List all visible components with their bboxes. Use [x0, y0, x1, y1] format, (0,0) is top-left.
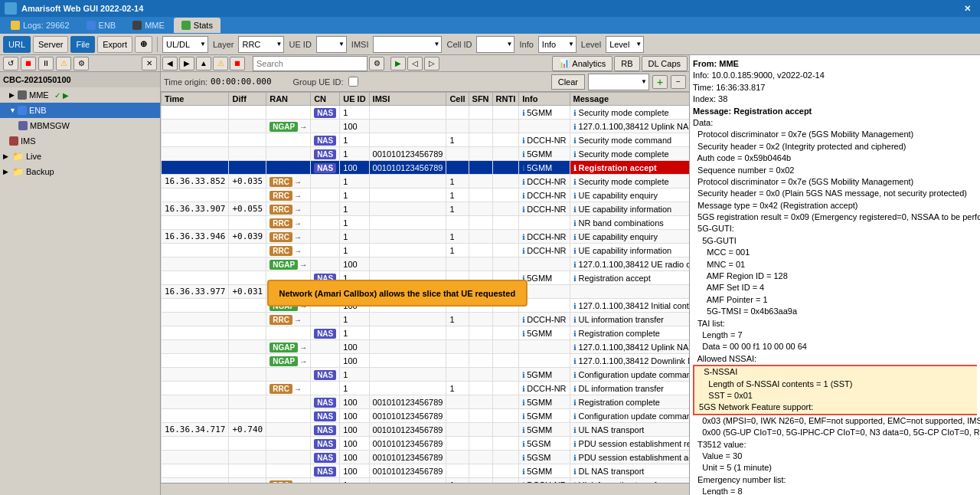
tab-logs[interactable]: Logs: 29662 [3, 18, 77, 33]
minus-btn[interactable]: − [671, 75, 686, 89]
table-row[interactable]: NAS100001010123456789ℹ5GSMℹPDU session e… [162, 437, 690, 451]
tab-enb[interactable]: ENB [79, 18, 124, 33]
cell-diff: +0.740 [229, 423, 266, 437]
nav-play-btn[interactable]: ▶ [390, 57, 406, 70]
sidebar-btn-refresh[interactable]: ↺ [3, 57, 18, 70]
imsi-select[interactable] [373, 36, 442, 53]
table-row[interactable]: RRC→11ℹDCCH-NRℹDL information transfer [162, 382, 690, 395]
col-info[interactable]: Info [519, 93, 570, 106]
cell-info: ℹ5GSM [519, 437, 570, 451]
cell-id-select[interactable] [476, 36, 514, 53]
table-row[interactable]: RRC→11ℹDCCH-NRℹUE capability information [162, 244, 690, 257]
cell-rnti [492, 202, 519, 216]
col-cn[interactable]: CN [311, 93, 340, 106]
cell-rnti [492, 464, 519, 478]
cell-sfn [469, 161, 492, 175]
col-diff[interactable]: Diff [229, 93, 266, 106]
export-button[interactable]: Export [97, 36, 132, 53]
nav-back-btn[interactable]: ◀ [162, 57, 178, 70]
tab-mme[interactable]: MME [125, 18, 172, 33]
table-row[interactable]: RRC→11ℹDCCH-NRℹUE capability enquiry [162, 188, 690, 202]
table-row[interactable]: NAS1ℹ5GMMℹConfiguration update command [162, 368, 690, 382]
cell-cn: NAS [311, 409, 340, 423]
table-row[interactable]: NAS1001010123456789ℹ5GMMℹSecurity mode c… [162, 147, 690, 161]
server-button[interactable]: Server [33, 36, 68, 53]
nav-stop-btn[interactable]: ⏹ [230, 57, 245, 70]
cell-info: ℹ5GMM [519, 106, 570, 120]
message-text: Registration complete [579, 329, 660, 338]
col-message[interactable]: Message [570, 93, 689, 106]
table-row[interactable]: NAS100001010123456789ℹ5GMMℹRegistration … [162, 161, 690, 175]
search-input[interactable] [253, 56, 368, 71]
col-sfn[interactable]: SFN [469, 93, 492, 106]
table-row[interactable]: RRC→11ℹDCCH-NRℹUL information transfer [162, 478, 690, 484]
table-row[interactable]: RRC→11ℹDCCH-NRℹUL information transfer [162, 313, 690, 326]
info-select[interactable]: Info [538, 36, 577, 53]
nav-forward-btn[interactable]: ▶ [179, 57, 194, 70]
sidebar-item-mme[interactable]: ▶ MME ✓ ▶ [0, 87, 160, 103]
sidebar-item-ims[interactable]: IMS [0, 133, 160, 149]
analytics-button[interactable]: 📊 Analytics [552, 56, 612, 71]
sidebar-item-backup[interactable]: ▶ 📁 Backup [0, 164, 160, 179]
info-line: Protocol discriminator = 0x7e (5GS Mobil… [693, 176, 977, 188]
ue-id-select[interactable] [316, 36, 347, 53]
sidebar-btn-pause[interactable]: ⏸ [38, 57, 54, 70]
url-button[interactable]: URL [3, 36, 31, 53]
table-row[interactable]: NAS1ℹ5GMMℹRegistration complete [162, 326, 690, 340]
layer-select[interactable]: RRC NAS NGAP [238, 36, 284, 53]
search-filter-btn[interactable]: ⚙ [369, 57, 384, 70]
clear-button[interactable]: Clear [551, 74, 585, 90]
table-row[interactable]: NGAP→100ℹ127.0.1.100,38412 UE radio capa… [162, 257, 690, 271]
cn-badge: NAS [314, 425, 336, 435]
message-text: Security mode complete [579, 177, 669, 186]
ran-badge: NGAP [270, 356, 298, 366]
table-row[interactable]: 16.36.34.717+0.740NAS100001010123456789ℹ… [162, 423, 690, 437]
nav-next-btn[interactable]: ▷ [424, 57, 439, 70]
table-row[interactable]: NGAP→100ℹ127.0.1.100,38412 Uplink NAS tr… [162, 120, 690, 133]
info-icon: ℹ [522, 398, 525, 407]
close-btn[interactable]: ✕ [959, 4, 975, 14]
msg-info-icon: ℹ [573, 481, 577, 484]
nav-prev-btn[interactable]: ◁ [407, 57, 423, 70]
tab-stats[interactable]: Stats [174, 18, 220, 33]
col-imsi[interactable]: IMSI [369, 93, 446, 106]
bottom-scrollbar[interactable] [161, 483, 689, 495]
col-cell[interactable]: Cell [446, 93, 469, 106]
ul-dl-select[interactable]: UL/DL UL DL [162, 36, 208, 53]
add-btn[interactable]: + [652, 75, 668, 89]
sidebar-item-live[interactable]: ▶ 📁 Live [0, 149, 160, 164]
sidebar-backup-label: Backup [26, 167, 54, 176]
table-row[interactable]: 16.36.33.946+0.039RRC→11ℹDCCH-NRℹUE capa… [162, 230, 690, 244]
table-row[interactable]: 16.36.33.907+0.055RRC→11ℹDCCH-NRℹUE capa… [162, 202, 690, 216]
sidebar-btn-close[interactable]: ✕ [142, 57, 157, 70]
clear-select[interactable] [588, 74, 649, 90]
time-origin-bar: Time origin: 00:00:00.000 Group UE ID: C… [161, 72, 689, 92]
table-row[interactable]: NAS100001010123456789ℹ5GSMℹPDU session e… [162, 451, 690, 464]
table-row[interactable]: NAS100001010123456789ℹ5GMMℹRegistration … [162, 395, 690, 409]
table-row[interactable]: 16.36.33.852+0.035RRC→11ℹDCCH-NRℹSecurit… [162, 175, 690, 188]
table-row[interactable]: NAS1ℹ5GMMℹSecurity mode complete [162, 106, 690, 120]
rb-button[interactable]: RB [614, 56, 639, 71]
table-row[interactable]: RRC→1ℹNR band combinations [162, 216, 690, 230]
table-row[interactable]: NGAP→100ℹ127.0.1.100,38412 Uplink NAS tr… [162, 340, 690, 354]
file-button[interactable]: File [70, 36, 95, 53]
table-row[interactable]: NGAP→100ℹ127.0.1.100,38412 Downlink NAS … [162, 354, 690, 368]
table-row[interactable]: NAS100001010123456789ℹ5GMMℹConfiguration… [162, 409, 690, 423]
nav-up-btn[interactable]: ▲ [196, 57, 211, 70]
sidebar-item-mbmsgw[interactable]: MBMSGW [0, 118, 160, 133]
sidebar-btn-stop[interactable]: ⏹ [21, 57, 36, 70]
sidebar-btn-warning[interactable]: ⚠ [56, 57, 71, 70]
nav-warn-btn[interactable]: ⚠ [213, 57, 228, 70]
table-row[interactable]: NAS100001010123456789ℹ5GMMℹDL NAS transp… [162, 464, 690, 478]
col-ue-id[interactable]: UE ID [340, 93, 369, 106]
level-select[interactable]: Level [606, 36, 644, 53]
col-ran[interactable]: RAN [266, 93, 311, 106]
dl-caps-button[interactable]: DL Caps [642, 56, 688, 71]
extra-button[interactable]: ⊕ [135, 36, 152, 53]
col-time[interactable]: Time [162, 93, 229, 106]
sidebar-item-enb[interactable]: ▼ ENB [0, 103, 160, 118]
col-rnti[interactable]: RNTI [492, 93, 519, 106]
group-ue-checkbox[interactable] [348, 77, 358, 87]
sidebar-btn-settings[interactable]: ⚙ [74, 57, 89, 70]
table-row[interactable]: NAS11ℹDCCH-NRℹSecurity mode command [162, 133, 690, 147]
